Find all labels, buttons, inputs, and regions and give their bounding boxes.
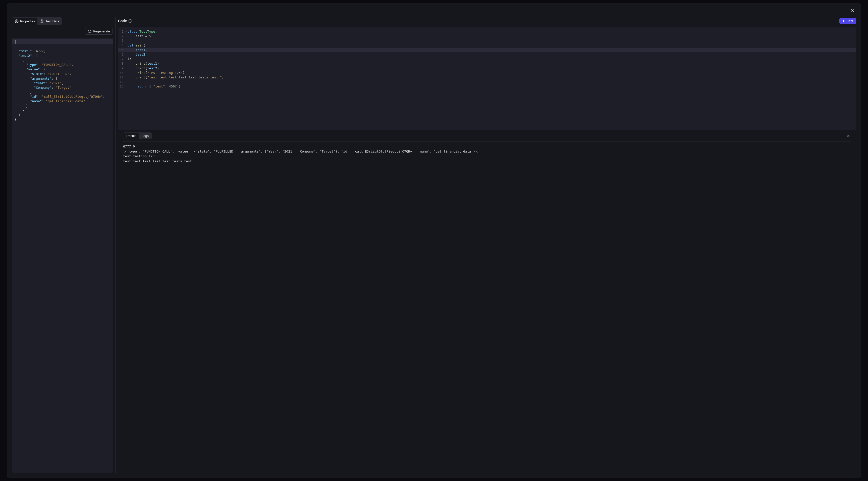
output-header: Result Logs bbox=[118, 132, 856, 139]
info-icon[interactable] bbox=[128, 19, 132, 23]
right-pane-header: Code Test bbox=[118, 17, 856, 24]
test-data-json-editor[interactable]: { "test1": 6777, "test2": [ { "type": "F… bbox=[12, 38, 113, 473]
left-tab-group: Properties Test Data bbox=[12, 17, 62, 25]
right-pane: Code Test 1▾class TestType:2 test = 534d… bbox=[115, 17, 856, 473]
svg-point-2 bbox=[16, 21, 17, 22]
output-tab-group: Result Logs bbox=[123, 132, 152, 139]
output-tab-logs[interactable]: Logs bbox=[138, 133, 152, 139]
play-icon bbox=[842, 19, 846, 23]
output-close-button[interactable] bbox=[846, 133, 851, 139]
regenerate-row: Regenerate bbox=[12, 28, 113, 35]
output-body[interactable]: 6777.0 [{'type': 'FUNCTION_CALL', 'value… bbox=[118, 144, 856, 473]
gear-icon bbox=[14, 19, 19, 23]
test-button-label: Test bbox=[847, 19, 853, 23]
left-pane-header: Properties Test Data bbox=[12, 17, 113, 25]
refresh-icon bbox=[88, 29, 91, 33]
close-button[interactable] bbox=[849, 7, 856, 14]
code-label-wrap: Code bbox=[118, 19, 132, 23]
svg-marker-6 bbox=[843, 20, 845, 22]
test-button[interactable]: Test bbox=[839, 18, 856, 24]
output-tab-result[interactable]: Result bbox=[123, 133, 138, 139]
flask-icon bbox=[40, 19, 44, 23]
close-icon bbox=[846, 134, 850, 138]
regenerate-button[interactable]: Regenerate bbox=[85, 28, 113, 35]
output-divider bbox=[123, 141, 851, 142]
left-pane: Properties Test Data Regenerate { "test1… bbox=[12, 17, 115, 473]
modal-header bbox=[7, 4, 861, 17]
modal-body: Properties Test Data Regenerate { "test1… bbox=[7, 17, 861, 477]
tab-test-data-label: Test Data bbox=[45, 19, 59, 23]
tab-properties-label: Properties bbox=[20, 19, 35, 23]
modal: Properties Test Data Regenerate { "test1… bbox=[7, 3, 861, 478]
tab-test-data[interactable]: Test Data bbox=[37, 18, 62, 25]
code-label: Code bbox=[118, 19, 127, 23]
close-icon bbox=[850, 8, 855, 13]
regenerate-label: Regenerate bbox=[93, 29, 110, 33]
output-panel: Result Logs 6777.0 [{'type': 'FUNCTION_C… bbox=[118, 132, 856, 473]
tab-properties[interactable]: Properties bbox=[12, 18, 37, 25]
code-editor[interactable]: 1▾class TestType:2 test = 534def main(5 … bbox=[118, 27, 856, 130]
